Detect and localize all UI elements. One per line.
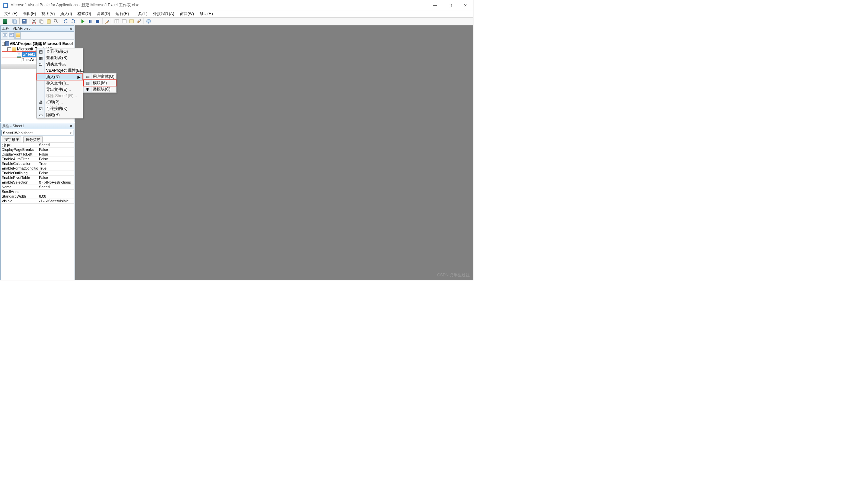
object-browser-button[interactable]	[128, 18, 135, 25]
menu-addins[interactable]: 外接程序(A)	[151, 10, 176, 17]
menu-window[interactable]: 窗口(W)	[178, 10, 196, 17]
titlebar[interactable]: Microsoft Visual Basic for Applications …	[0, 0, 473, 10]
view-excel-button[interactable]	[2, 18, 8, 25]
run-button[interactable]	[79, 18, 86, 25]
property-value[interactable]: False	[38, 147, 74, 152]
object-selector[interactable]: Sheet1 Worksheet	[1, 130, 73, 136]
svg-rect-3	[23, 20, 25, 21]
toolbox-button[interactable]	[136, 18, 142, 25]
view-object-button[interactable]	[9, 32, 15, 39]
property-value[interactable]	[38, 190, 74, 194]
project-explorer-title[interactable]: 工程 - VBAProject ✕	[1, 26, 74, 32]
property-row[interactable]: DisplayPageBreaksFalse	[1, 147, 74, 152]
property-value[interactable]: Sheet1	[38, 185, 74, 189]
context-menu-item[interactable]: ▦查看对象(B)	[37, 55, 83, 61]
menu-format[interactable]: 格式(O)	[75, 10, 93, 17]
maximize-button[interactable]: ▢	[442, 0, 458, 10]
properties-grid[interactable]: (名称)Sheet1DisplayPageBreaksFalseDisplayR…	[1, 143, 74, 203]
svg-point-10	[54, 19, 57, 22]
property-row[interactable]: EnableSelection0 - xlNoRestrictions	[1, 180, 74, 185]
close-button[interactable]: ✕	[458, 0, 473, 10]
project-explorer-close-icon[interactable]: ✕	[68, 26, 73, 31]
property-name: ScrollArea	[1, 190, 38, 194]
properties-pane: 属性 - Sheet1 ✕ Sheet1 Worksheet 按字母序 按分类序…	[0, 123, 74, 280]
menu-view[interactable]: 视图(V)	[39, 10, 57, 17]
menu-tools[interactable]: 工具(T)	[132, 10, 149, 17]
property-value[interactable]: False	[38, 176, 74, 180]
context-menu-item[interactable]: 导入文件(I)...	[37, 80, 83, 87]
property-value[interactable]: 8.08	[38, 194, 74, 199]
property-value[interactable]: -1 - xlSheetVisible	[38, 199, 74, 203]
properties-title[interactable]: 属性 - Sheet1 ✕	[1, 123, 74, 129]
break-button[interactable]	[87, 18, 93, 25]
property-value[interactable]: False	[38, 171, 74, 175]
property-name: DisplayPageBreaks	[1, 147, 38, 152]
menu-file[interactable]: 文件(F)	[2, 10, 19, 17]
property-value[interactable]: False	[38, 157, 74, 161]
app-icon	[3, 3, 8, 8]
find-button[interactable]	[53, 18, 59, 25]
window-title: Microsoft Visual Basic for Applications …	[10, 2, 139, 8]
svg-rect-21	[129, 20, 134, 23]
svg-text:?: ?	[147, 20, 149, 23]
copy-button[interactable]	[38, 18, 45, 25]
menu-run[interactable]: 运行(R)	[113, 10, 131, 17]
property-name: EnableCalculation	[1, 162, 38, 166]
context-menu-item[interactable]: 🖶打印(P)...	[37, 99, 83, 106]
view-code-button[interactable]	[2, 32, 8, 39]
property-row[interactable]: StandardWidth8.08	[1, 194, 74, 199]
context-menu-item[interactable]: 导出文件(E)...	[37, 87, 83, 93]
tab-categorized[interactable]: 按分类序	[23, 137, 43, 143]
collapse-icon[interactable]: −	[7, 48, 11, 51]
menu-edit[interactable]: 编辑(E)	[21, 10, 38, 17]
save-button[interactable]	[21, 18, 28, 25]
undo-button[interactable]	[63, 18, 69, 25]
properties-close-icon[interactable]: ✕	[68, 124, 73, 129]
context-menu-item[interactable]: VBAProject 属性(E)...	[37, 68, 83, 74]
context-menu-item[interactable]: ▤查看代码(O)	[37, 49, 83, 55]
property-row[interactable]: NameSheet1	[1, 185, 74, 190]
context-menu-item[interactable]: ☑可连接的(K)	[37, 106, 83, 112]
property-row[interactable]: ScrollArea	[1, 190, 74, 194]
context-menu-item[interactable]: 🗀切换文件夹	[37, 61, 83, 68]
menu-help[interactable]: 帮助(H)	[197, 10, 215, 17]
tab-alphabetic[interactable]: 按字母序	[2, 137, 21, 143]
submenu-item[interactable]: ✱类模块(C)	[84, 86, 116, 92]
property-row[interactable]: DisplayRightToLeftFalse	[1, 152, 74, 157]
property-row[interactable]: EnablePivotTableFalse	[1, 176, 74, 180]
svg-line-11	[56, 22, 58, 23]
project-explorer-button[interactable]	[113, 18, 120, 25]
cut-button[interactable]	[31, 18, 37, 25]
paste-button[interactable]	[46, 18, 52, 25]
toggle-folders-button[interactable]	[15, 32, 21, 39]
property-row[interactable]: (名称)Sheet1	[1, 143, 74, 147]
property-row[interactable]: EnableAutoFilterFalse	[1, 157, 74, 162]
reset-button[interactable]	[94, 18, 101, 25]
properties-window-button[interactable]	[121, 18, 127, 25]
property-value[interactable]: Sheet1	[38, 143, 74, 147]
insert-object-button[interactable]	[11, 18, 18, 25]
property-row[interactable]: EnableOutliningFalse	[1, 171, 74, 176]
help-button[interactable]: ?	[145, 18, 152, 25]
property-value[interactable]: 0 - xlNoRestrictions	[38, 180, 74, 184]
property-row[interactable]: EnableFormatConditionTrue	[1, 166, 74, 171]
submenu-item[interactable]: ▭用户窗体(U)	[84, 73, 116, 80]
menu-insert[interactable]: 插入(I)	[58, 10, 74, 17]
menu-debug[interactable]: 调试(D)	[94, 10, 112, 17]
context-menu-label: 查看代码(O)	[46, 49, 68, 54]
submenu-item[interactable]: ▥模块(M)	[84, 80, 116, 86]
redo-button[interactable]	[70, 18, 76, 25]
check-icon: ☑	[38, 106, 43, 111]
project-node[interactable]: VBAProject (新建 Microsoft Excel	[10, 41, 73, 47]
property-value[interactable]: True	[38, 162, 74, 166]
property-value[interactable]: True	[38, 166, 74, 170]
context-menu-item[interactable]: ▭隐藏(H)	[37, 112, 83, 118]
property-row[interactable]: Visible-1 - xlSheetVisible	[1, 199, 74, 203]
context-menu-item[interactable]: 插入(N)▶	[37, 74, 83, 80]
minimize-button[interactable]: —	[427, 0, 442, 10]
property-row[interactable]: EnableCalculationTrue	[1, 162, 74, 166]
watermark: CSDN @半生过往	[437, 272, 470, 278]
collapse-icon[interactable]: −	[2, 42, 5, 46]
design-mode-button[interactable]	[104, 18, 110, 25]
property-value[interactable]: False	[38, 152, 74, 157]
